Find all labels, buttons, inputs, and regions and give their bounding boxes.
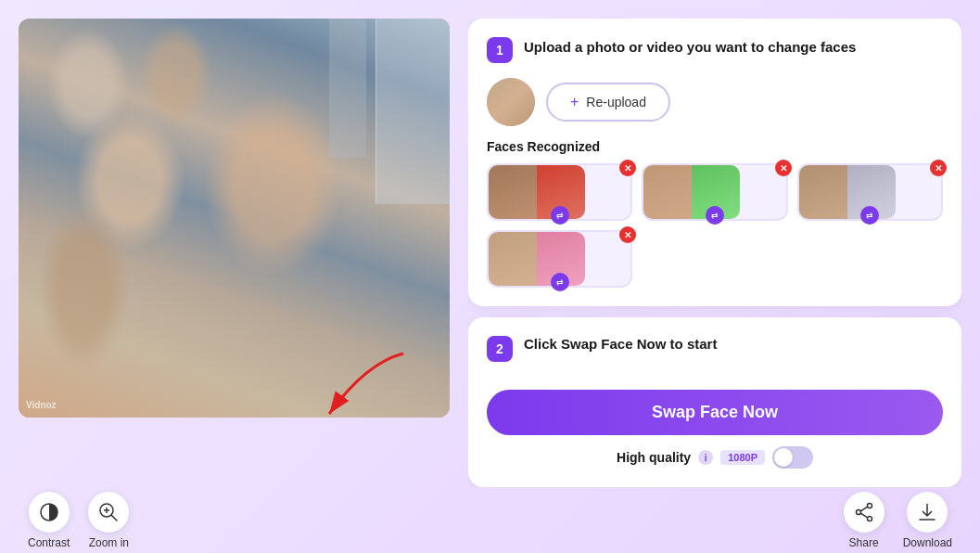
download-button[interactable]: Download [903,492,952,549]
contrast-icon-container [29,492,70,533]
contrast-label: Contrast [28,536,70,549]
svg-point-8 [856,509,860,514]
step2-title: Click Swap Face Now to start [524,336,717,352]
face-pair-4-swap-icon: ⇄ [551,273,569,291]
svg-point-6 [867,503,872,508]
contrast-icon [39,502,59,522]
faces-recognized-label: Faces Recognized [487,139,943,154]
face-pair-1-original [489,165,537,219]
watermark: Vidnoz [26,400,57,410]
plus-icon: + [570,94,579,110]
face-pair-3[interactable]: ✕ ⇄ [797,163,943,221]
share-label: Share [849,536,879,549]
main-image-container: Vidnoz [19,19,450,418]
face-pair-2-original [643,165,692,219]
zoom-in-button[interactable]: Zoom in [88,492,129,549]
zoom-in-icon [98,502,119,522]
step1-header: 1 Upload a photo or video you want to ch… [487,37,943,63]
svg-line-5 [111,515,117,521]
selfie-image [19,19,450,418]
face-pair-4-remove[interactable]: ✕ [619,226,636,243]
swap-face-button[interactable]: Swap Face Now [487,390,943,435]
face-pair-1-remove[interactable]: ✕ [619,160,636,176]
quality-label: High quality [617,450,691,465]
step1-title: Upload a photo or video you want to chan… [524,37,856,57]
share-icon [854,502,874,522]
toggle-knob [774,448,793,467]
face-pair-3-swap-icon: ⇄ [860,206,879,225]
reupload-button[interactable]: + Re-upload [546,83,670,122]
step1-badge: 1 [487,37,513,63]
face-pair-1-swap-icon: ⇄ [551,206,569,225]
svg-point-7 [867,516,872,521]
download-icon-container [907,492,948,533]
contrast-button[interactable]: Contrast [28,492,70,549]
left-panel: Vidnoz [19,19,450,487]
face-pair-4[interactable]: ✕ ⇄ [487,230,632,288]
toolbar: Contrast Zoom in [0,487,980,553]
svg-line-10 [860,513,867,518]
quality-row: High quality i 1080P [487,446,943,469]
share-button[interactable]: Share [844,492,885,549]
step2-card: 2 Click Swap Face Now to start Swap Face… [468,317,961,487]
quality-toggle[interactable] [772,446,813,469]
download-icon [917,502,937,522]
face-pair-4-original [489,232,537,286]
face-pair-3-remove[interactable]: ✕ [930,160,947,176]
upload-row: + Re-upload [487,78,943,126]
step2-badge: 2 [487,336,513,362]
quality-badge: 1080P [720,450,765,465]
face-pair-3-original [799,165,847,219]
face-pair-2-swap-icon: ⇄ [706,206,724,225]
share-icon-container [844,492,885,533]
step1-card: 1 Upload a photo or video you want to ch… [468,19,961,306]
face-pair-1[interactable]: ✕ ⇄ [487,163,632,221]
zoom-in-icon-container [88,492,129,533]
uploaded-thumbnail [487,78,535,126]
download-label: Download [903,536,952,549]
face-pair-2[interactable]: ✕ ⇄ [642,163,787,221]
svg-line-9 [860,507,867,511]
toolbar-left: Contrast Zoom in [28,492,129,549]
right-panel: 1 Upload a photo or video you want to ch… [468,19,961,487]
face-pair-2-remove[interactable]: ✕ [775,160,792,176]
info-icon: i [698,450,713,465]
step2-header: 2 Click Swap Face Now to start [487,336,943,362]
reupload-label: Re-upload [586,95,646,109]
zoom-in-label: Zoom in [89,536,129,549]
faces-grid: ✕ ⇄ ✕ ⇄ ✕ ⇄ [487,163,943,288]
toolbar-right: Share Download [844,492,952,549]
